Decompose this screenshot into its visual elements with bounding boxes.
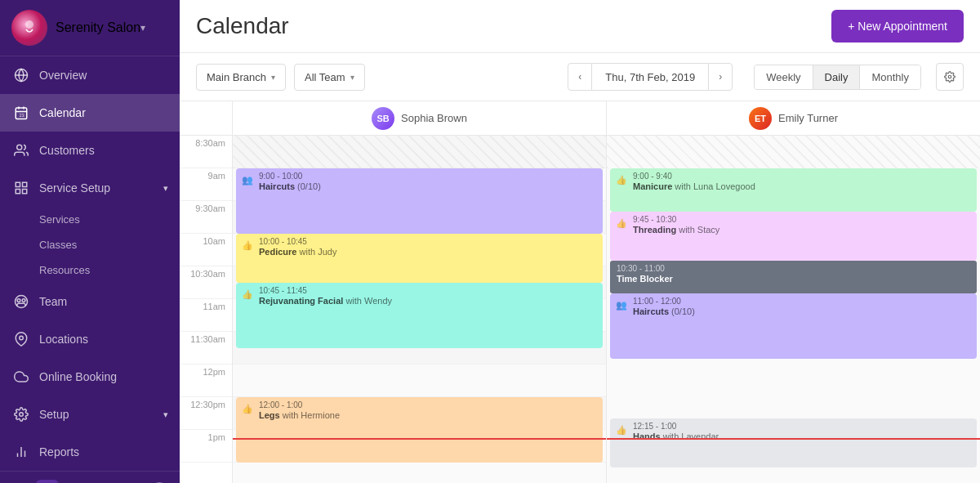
svg-point-8 [17, 145, 22, 150]
view-toggle: Weekly Daily Monthly [754, 65, 921, 90]
customers-icon [11, 141, 31, 160]
date-navigator: ‹ Thu, 7th Feb, 2019 › [568, 63, 733, 91]
sidebar-item-resources[interactable]: Resources [0, 257, 180, 283]
svg-text:23: 23 [20, 113, 24, 118]
salon-logo [11, 10, 47, 46]
reports-label: Reports [39, 445, 79, 458]
thumbsup-icon: 👍 [241, 402, 254, 415]
salon-name: Serenity Salon [56, 20, 140, 35]
thumbsup-icon: 👍 [615, 217, 628, 230]
current-time-indicator-emily [607, 438, 980, 440]
main-content: Calendar + New Appointment Main Branch ▾… [180, 0, 980, 483]
emily-hatch [607, 136, 980, 168]
team-icon [11, 292, 31, 311]
time-column: 8:30am 9am 9:30am 10am 10:30am 11am 11:3… [180, 101, 233, 483]
service-setup-icon [11, 178, 31, 198]
emily-avatar: ET [749, 107, 772, 130]
emily-column: ET Emily Turner 👍 9:00 - 9:40 Manicure w… [607, 101, 980, 483]
daily-view-button[interactable]: Daily [813, 65, 861, 89]
group-icon: 👥 [241, 173, 254, 186]
appointment-haircuts-sophia[interactable]: 👥 9:00 - 10:00 Haircuts (0/10) [236, 168, 603, 234]
svg-point-21 [948, 75, 951, 78]
sophia-header: SB Sophia Brown [233, 101, 606, 136]
team-chevron-icon: ▾ [350, 73, 354, 82]
monthly-view-button[interactable]: Monthly [860, 65, 920, 89]
appointment-manicure[interactable]: 👍 9:00 - 9:40 Manicure with Luna Lovegoo… [610, 168, 977, 212]
sidebar-item-locations[interactable]: Locations [0, 320, 180, 358]
services-label: Services [39, 213, 80, 226]
sidebar-item-reports[interactable]: Reports [0, 433, 180, 471]
customers-label: Customers [39, 144, 95, 157]
salon-chevron-icon: ▾ [140, 22, 145, 34]
picktime-logo: 📅 Picktime [36, 480, 150, 483]
appointment-haircuts-emily[interactable]: 👥 11:00 - 12:00 Haircuts (0/10) [610, 293, 977, 359]
svg-rect-11 [16, 190, 20, 194]
team-dropdown[interactable]: All Team ▾ [294, 64, 365, 91]
time-slot: 11:30am [180, 332, 232, 364]
appointment-rejuvanating-facial[interactable]: 👍 10:45 - 11:45 Rejuvanating Facial with… [236, 283, 603, 348]
location-icon [11, 329, 31, 349]
group-icon: 👥 [615, 298, 628, 311]
current-time-indicator [233, 438, 606, 440]
time-blocker-block[interactable]: 10:30 - 11:00 Time Blocker [610, 261, 977, 293]
emily-schedule: 👍 9:00 - 9:40 Manicure with Luna Lovegoo… [607, 136, 980, 483]
time-slot: 12pm [180, 364, 232, 397]
sidebar-item-calendar[interactable]: 23 Calendar [0, 94, 180, 132]
sidebar-item-overview[interactable]: Overview [0, 56, 180, 94]
new-appointment-button[interactable]: + New Appointment [831, 10, 964, 42]
prev-date-button[interactable]: ‹ [568, 63, 592, 91]
svg-point-14 [22, 299, 25, 302]
sidebar-item-service-setup[interactable]: Service Setup ▾ [0, 169, 180, 207]
appointment-pedicure[interactable]: 👍 10:00 - 10:45 Pedicure with Judy [236, 234, 603, 283]
emily-header: ET Emily Turner [607, 101, 980, 136]
sidebar-item-classes[interactable]: Classes [0, 232, 180, 257]
weekly-view-button[interactable]: Weekly [755, 65, 813, 89]
page-title: Calendar [196, 13, 831, 39]
appointment-threading[interactable]: 👍 9:45 - 10:30 Threading with Stacy [610, 212, 977, 261]
time-slot: 9am [180, 168, 232, 201]
setup-chevron-icon: ▾ [163, 409, 168, 420]
sidebar-item-team[interactable]: Team [0, 283, 180, 320]
time-row-bg [233, 364, 606, 397]
calendar-label: Calendar [39, 106, 86, 119]
salon-header[interactable]: Serenity Salon ▾ [0, 0, 180, 56]
classes-label: Classes [39, 239, 77, 251]
sidebar-item-services[interactable]: Services [0, 207, 180, 232]
appointment-hands[interactable]: 👍 12:15 - 1:00 Hands with Lavendar [610, 418, 977, 467]
team-label: Team [39, 295, 67, 308]
svg-point-15 [20, 336, 24, 340]
time-slot: 10am [180, 234, 232, 266]
service-setup-chevron-icon: ▾ [163, 183, 168, 194]
sidebar: Serenity Salon ▾ Overview 23 Calendar [0, 0, 180, 483]
service-setup-label: Service Setup [39, 181, 110, 195]
calendar-settings-button[interactable] [936, 63, 964, 91]
thumbsup-icon: 👍 [615, 423, 628, 436]
svg-point-13 [17, 299, 20, 302]
time-slot: 8:30am [180, 136, 232, 168]
setup-label: Setup [39, 408, 69, 421]
next-date-button[interactable]: › [708, 63, 733, 91]
calendar-body: 8:30am 9am 9:30am 10am 10:30am 11am 11:3… [180, 101, 980, 483]
sidebar-item-setup[interactable]: Setup ▾ [0, 396, 180, 433]
locations-label: Locations [39, 333, 88, 346]
sidebar-item-customers[interactable]: Customers [0, 132, 180, 169]
cloud-icon [11, 367, 31, 387]
staff-columns: SB Sophia Brown 👥 9:00 - 10:00 Haircuts … [233, 101, 980, 483]
sophia-column: SB Sophia Brown 👥 9:00 - 10:00 Haircuts … [233, 101, 607, 483]
branch-dropdown[interactable]: Main Branch ▾ [196, 64, 286, 91]
top-bar: Calendar + New Appointment [180, 0, 980, 53]
branch-label: Main Branch [207, 71, 266, 83]
svg-point-16 [20, 413, 24, 417]
svg-rect-10 [23, 182, 27, 186]
svg-rect-12 [23, 190, 27, 194]
time-slot: 11am [180, 299, 232, 332]
picktime-icon: 📅 [36, 480, 59, 483]
time-header [180, 101, 232, 136]
branch-chevron-icon: ▾ [271, 73, 275, 82]
appointment-legs[interactable]: 👍 12:00 - 1:00 Legs with Hermione [236, 397, 603, 463]
calendar-icon: 23 [11, 103, 31, 123]
time-slot: 1pm [180, 430, 232, 463]
time-slot: 10:30am [180, 266, 232, 299]
sidebar-item-online-booking[interactable]: Online Booking [0, 358, 180, 396]
team-filter-label: All Team [305, 71, 345, 83]
